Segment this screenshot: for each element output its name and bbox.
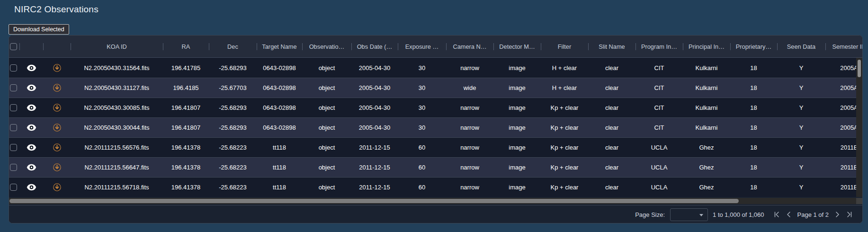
row-select-checkbox[interactable] (10, 84, 17, 91)
view-row-button[interactable] (27, 84, 36, 91)
first-page-button[interactable] (770, 208, 783, 221)
download-row-button[interactable] (53, 64, 61, 72)
cell-select (9, 78, 19, 98)
cell-filter: Kp + clear (541, 118, 588, 137)
previous-page-button[interactable] (783, 208, 795, 221)
download-row-button[interactable] (53, 143, 61, 152)
row-select-checkbox[interactable] (10, 164, 17, 171)
column-header-proprietary[interactable]: Proprietary… (730, 36, 777, 57)
cell-view (19, 178, 43, 197)
row-select-checkbox[interactable] (10, 144, 17, 151)
cell-dec: -25.68223 (209, 158, 257, 177)
eye-icon (27, 104, 36, 111)
column-header-slit-name[interactable]: Slit Name (588, 36, 635, 57)
pagination-footer: Page Size: 1 to 1,000 of 1,060 Page 1 of… (9, 205, 862, 223)
column-header-seen-data[interactable]: Seen Data (777, 36, 825, 57)
cell-koa-id: N2.20111215.56718.fits (71, 178, 163, 197)
page-size-select[interactable] (670, 208, 708, 221)
page-size-label: Page Size: (635, 211, 665, 218)
select-all-checkbox[interactable] (10, 43, 17, 50)
cell-program-inst: CIT (635, 78, 683, 98)
cell-select (9, 138, 19, 157)
cell-observation-type: object (302, 78, 351, 98)
view-row-button[interactable] (27, 144, 36, 151)
horizontal-scrollbar-thumb[interactable] (9, 199, 739, 203)
column-header-program-inst[interactable]: Program In… (635, 36, 683, 57)
cell-proprietary: 18 (730, 138, 777, 157)
vertical-scrollbar-thumb[interactable] (858, 60, 861, 77)
cell-ra: 196.41378 (163, 158, 209, 177)
cell-exposure: 60 (398, 158, 446, 177)
view-row-button[interactable] (27, 164, 36, 171)
cell-principal-inv: Kulkarni (683, 58, 730, 78)
cell-detector-mode: image (493, 58, 541, 78)
eye-icon (27, 144, 36, 151)
cell-slit-name: clear (588, 158, 635, 177)
column-header-exposure[interactable]: Exposure … (398, 36, 446, 57)
download-row-button[interactable] (53, 84, 61, 92)
column-label: Observatio… (309, 43, 345, 50)
cell-dec: -25.68293 (209, 98, 257, 117)
column-header-ra[interactable]: RA (163, 36, 209, 57)
column-header-observation-type[interactable]: Observatio… (302, 36, 351, 57)
download-row-button[interactable] (53, 104, 61, 112)
cell-koa-id: N2.20050430.30085.fits (71, 98, 163, 117)
row-select-checkbox[interactable] (10, 184, 17, 191)
page-indicator: Page 1 of 2 (797, 211, 829, 218)
download-selected-button[interactable]: Download Selected (9, 24, 69, 35)
observations-table-panel: KOA IDRADecTarget NameObservatio…Obs Dat… (9, 35, 863, 223)
view-row-button[interactable] (27, 104, 36, 111)
cell-select (9, 58, 19, 78)
cell-filter: H + clear (541, 58, 588, 78)
cell-observation-type: object (302, 138, 351, 157)
column-header-target-name[interactable]: Target Name (257, 36, 302, 57)
column-header-koa-id[interactable]: KOA ID (71, 36, 163, 57)
download-circle-icon (53, 183, 61, 191)
cell-filter: Kp + clear (541, 158, 588, 177)
cell-filter: H + clear (541, 78, 588, 98)
cell-proprietary: 18 (730, 158, 777, 177)
view-row-button[interactable] (27, 124, 36, 131)
cell-ra: 196.41807 (163, 118, 209, 137)
cell-seen-data: Y (777, 158, 825, 177)
column-label: Exposure … (405, 43, 438, 50)
row-select-checkbox[interactable] (10, 64, 17, 71)
download-row-button[interactable] (53, 163, 61, 171)
next-page-button[interactable] (831, 208, 843, 221)
download-circle-icon (53, 64, 61, 72)
cell-exposure: 30 (398, 58, 446, 78)
last-page-button[interactable] (843, 208, 856, 221)
first-page-icon (773, 211, 780, 218)
column-header-dec[interactable]: Dec (209, 36, 257, 57)
cell-download (43, 98, 71, 117)
cell-download (43, 158, 71, 177)
cell-camera-name: narrow (446, 118, 493, 137)
download-row-button[interactable] (53, 183, 61, 191)
row-select-checkbox[interactable] (10, 124, 17, 131)
cell-slit-name: clear (588, 98, 635, 117)
cell-slit-name: clear (588, 178, 635, 197)
cell-ra: 196.41785 (163, 58, 209, 78)
column-header-detector-mode[interactable]: Detector M… (493, 36, 541, 57)
column-header-select[interactable] (9, 36, 19, 57)
cell-exposure: 30 (398, 98, 446, 117)
view-row-button[interactable] (27, 64, 36, 71)
table-row: N2.20111215.56576.fits196.41378-25.68223… (9, 137, 862, 157)
cell-program-inst: UCLA (635, 178, 683, 197)
column-header-obs-date[interactable]: Obs Date (… (351, 36, 398, 57)
cell-proprietary: 18 (730, 118, 777, 137)
cell-principal-inv: Kulkarni (683, 98, 730, 117)
row-select-checkbox[interactable] (10, 104, 17, 111)
column-header-camera-name[interactable]: Camera N… (446, 36, 493, 57)
cell-filter: Kp + clear (541, 138, 588, 157)
column-label: RA (182, 43, 190, 50)
vertical-scrollbar (856, 58, 862, 197)
download-row-button[interactable] (53, 124, 61, 132)
eye-icon (27, 84, 36, 91)
column-header-semester-id[interactable]: Semester ID (825, 36, 862, 57)
view-row-button[interactable] (27, 184, 36, 191)
column-label: Slit Name (599, 43, 625, 50)
column-header-principal-inv[interactable]: Principal In… (683, 36, 730, 57)
cell-seen-data: Y (777, 58, 825, 78)
column-header-filter[interactable]: Filter (541, 36, 588, 57)
